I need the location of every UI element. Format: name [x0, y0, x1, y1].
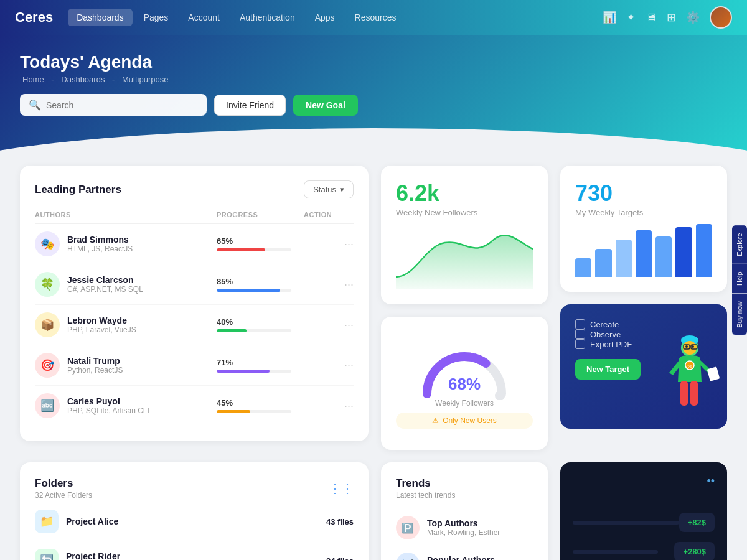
action-dots[interactable]: ···	[304, 359, 354, 372]
three-dots-icon: ••	[573, 475, 715, 488]
list-item: 🔄 Project Rider New frontend admin theme…	[35, 541, 354, 560]
action-dots[interactable]: ···	[304, 278, 354, 291]
gauge-section: 68% Weekly Followers ⚠ Only New Users	[396, 338, 533, 429]
grid-icon[interactable]: ⊞	[667, 11, 676, 24]
partner-name: Lebron Wayde	[67, 315, 136, 325]
partner-skills: Python, ReactJS	[67, 366, 123, 375]
svg-rect-10	[690, 381, 698, 406]
window-icon[interactable]: 🖥	[646, 11, 657, 24]
bar-chart	[575, 227, 712, 277]
progress-bar-fill	[217, 370, 270, 373]
trend-name: Popular Authors	[427, 555, 495, 560]
table-row: 🎯 Natali Trump Python, ReactJS 71% ···	[35, 345, 354, 386]
settings-icon[interactable]: ⚙️	[686, 11, 700, 24]
stat-row-2: +280$	[573, 542, 715, 560]
action-dots[interactable]: ···	[304, 399, 354, 413]
action-dots[interactable]: ···	[304, 319, 354, 332]
gauge-label: Weekly Followers	[435, 399, 494, 408]
bar-item	[636, 230, 652, 277]
avatar[interactable]	[710, 6, 732, 29]
invite-friend-button[interactable]: Invite Friend	[214, 95, 286, 116]
progress-wrap: 45%	[217, 398, 304, 413]
menu-item-label: Export PDF	[590, 340, 632, 349]
leading-partners-card: Leading Partners Status ▾ Authors Progre…	[20, 166, 369, 441]
progress-bar-fill	[217, 329, 247, 332]
gauge-container: 68%	[415, 338, 514, 394]
progress-bar-bg	[217, 410, 291, 413]
followers-stat: 6.2k	[396, 180, 533, 207]
bar-chart-icon[interactable]: 📊	[603, 11, 616, 24]
search-input[interactable]	[46, 100, 198, 110]
side-tab-buy-now[interactable]: Buy now	[732, 293, 747, 335]
partner-avatar: 🎯	[35, 353, 60, 378]
svg-point-5	[692, 345, 694, 348]
trends-list: 🅿️ Top Authors Mark, Rowling, Esther ✈️ …	[396, 510, 533, 560]
folders-title: Folders	[35, 477, 92, 490]
partner-info: 🎭 Brad Simmons HTML, JS, ReactJS	[35, 231, 217, 256]
folder-files: 43 files	[326, 517, 354, 526]
partner-avatar: 📦	[35, 312, 60, 337]
partner-info: 🔤 Carles Puyol PHP, SQLite, Artisan CLI	[35, 393, 217, 418]
new-goal-button[interactable]: New Goal	[293, 95, 358, 116]
stat-badge-1: +82$	[679, 513, 715, 532]
stat-badge-2: +280$	[674, 542, 715, 560]
table-row: 📦 Lebron Wayde PHP, Laravel, VueJS 40% ·…	[35, 305, 354, 345]
menu-item-label: Observe	[590, 330, 621, 339]
dots-icon[interactable]: ⋮⋮	[329, 481, 354, 496]
navbar: Ceres Dashboards Pages Account Authentic…	[0, 0, 747, 35]
bar-item	[595, 249, 611, 277]
folders-list: 📁 Project Alice 43 files 🔄 Project Rider…	[35, 502, 354, 560]
side-tab-explore[interactable]: Explore	[732, 225, 747, 263]
table-row: 🔤 Carles Puyol PHP, SQLite, Artisan CLI …	[35, 386, 354, 426]
progress-bar-bg	[217, 289, 291, 292]
list-item: ✈️ Popular Authors Randy, Steve, Mike	[396, 546, 533, 560]
list-item: 📁 Project Alice 43 files	[35, 502, 354, 541]
middle-column: 6.2k Weekly New Followers	[381, 166, 548, 450]
menu-item-icon	[575, 339, 585, 349]
status-dropdown[interactable]: Status ▾	[304, 180, 354, 198]
nav-pages[interactable]: Pages	[135, 9, 177, 26]
trend-sub: Mark, Rowling, Esther	[427, 528, 500, 537]
folders-subtitle: 32 Active Folders	[35, 491, 92, 500]
progress-bar-fill	[217, 248, 265, 251]
followers-card: 6.2k Weekly New Followers	[381, 166, 548, 304]
progress-bar-bg	[217, 248, 291, 251]
progress-label: 40%	[217, 317, 304, 327]
nav-dashboards[interactable]: Dashboards	[68, 9, 133, 26]
partner-name: Natali Trump	[67, 356, 123, 366]
gauge-value: 68%	[415, 375, 514, 394]
svg-rect-9	[680, 381, 688, 406]
second-row: Folders 32 Active Folders ⋮⋮ 📁 Project A…	[20, 462, 727, 560]
progress-wrap: 85%	[217, 277, 304, 292]
progress-label: 71%	[217, 358, 304, 367]
new-target-button[interactable]: New Target	[575, 359, 641, 380]
progress-label: 65%	[217, 236, 304, 246]
brand-logo: Ceres	[15, 9, 53, 26]
partner-info: 🎯 Natali Trump Python, ReactJS	[35, 353, 217, 378]
trend-avatar: ✈️	[396, 553, 420, 560]
nav-apps[interactable]: Apps	[306, 9, 344, 26]
table-row: 🍀 Jessie Clarcson C#, ASP.NET, MS SQL 85…	[35, 264, 354, 305]
progress-bar-bg	[217, 329, 291, 332]
stat-row-1: +82$	[573, 513, 715, 532]
side-tab-help[interactable]: Help	[732, 264, 747, 294]
search-box: 🔍	[20, 94, 207, 116]
folders-card: Folders 32 Active Folders ⋮⋮ 📁 Project A…	[20, 462, 369, 560]
person-illustration: %	[652, 304, 727, 429]
svg-point-4	[685, 345, 688, 348]
content-grid: Leading Partners Status ▾ Authors Progre…	[20, 166, 727, 450]
card-header: Leading Partners Status ▾	[35, 180, 354, 198]
folder-icon: 📁	[35, 510, 59, 533]
main-content: Leading Partners Status ▾ Authors Progre…	[0, 153, 747, 560]
trends-card: Trends Latest tech trends 🅿️ Top Authors…	[381, 462, 548, 560]
partner-name: Jessie Clarcson	[67, 275, 143, 285]
nav-resources[interactable]: Resources	[346, 9, 405, 26]
hero-section: Todays' Agenda Home - Dashboards - Multi…	[0, 35, 747, 153]
chevron-down-icon: ▾	[340, 185, 344, 194]
nav-authentication[interactable]: Authentication	[231, 9, 304, 26]
sparkle-icon[interactable]: ✦	[626, 11, 636, 24]
nav-account[interactable]: Account	[179, 9, 228, 26]
action-dots[interactable]: ···	[304, 238, 354, 251]
only-users-badge: ⚠ Only New Users	[396, 413, 533, 429]
partner-info: 🍀 Jessie Clarcson C#, ASP.NET, MS SQL	[35, 272, 217, 297]
